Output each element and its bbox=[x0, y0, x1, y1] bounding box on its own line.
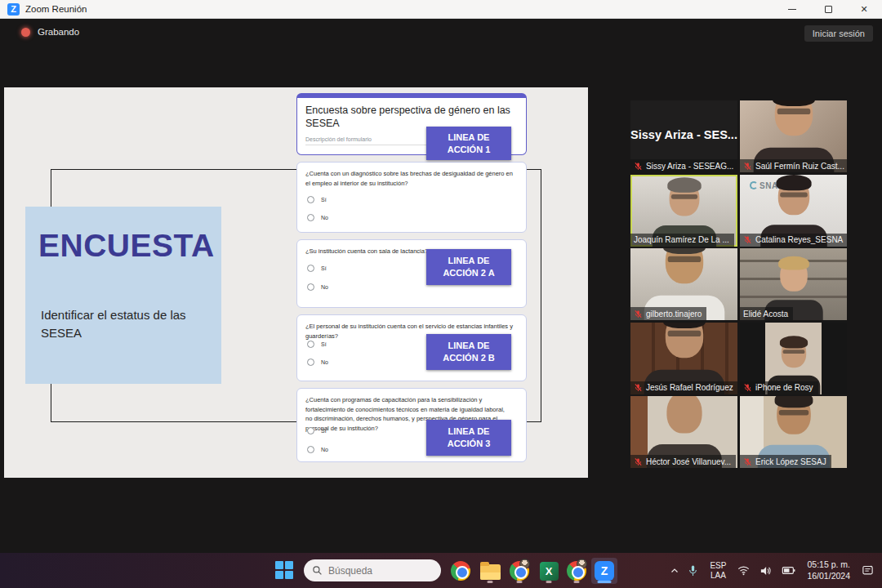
question-4-option-si[interactable]: Sí bbox=[307, 427, 327, 434]
question-1-option-no[interactable]: No bbox=[307, 214, 328, 221]
minimize-icon bbox=[788, 9, 796, 10]
participant-video bbox=[755, 396, 832, 460]
muted-mic-icon bbox=[743, 162, 752, 171]
muted-mic-icon bbox=[743, 457, 752, 466]
encuesta-title: ENCUESTA bbox=[38, 228, 215, 264]
radio-icon[interactable] bbox=[307, 446, 314, 453]
video-tile-erick-lopez[interactable]: Erick López SESAJ bbox=[740, 396, 847, 468]
muted-mic-icon bbox=[634, 162, 643, 171]
restore-icon bbox=[825, 6, 832, 13]
video-tile-gilberto-tinajero[interactable]: gilberto.tinajero bbox=[630, 248, 737, 320]
participant-name-tag: Catalina Reyes_SESNA bbox=[740, 234, 847, 247]
participant-name-tag: Jesús Rafael Rodríguez bbox=[630, 381, 737, 394]
participant-big-name: Sissy Ariza - SES... bbox=[630, 128, 737, 141]
active-app-indicator bbox=[598, 581, 612, 583]
participant-video bbox=[641, 248, 726, 312]
search-icon bbox=[312, 565, 323, 576]
window-titlebar: Z Zoom Reunión ✕ bbox=[0, 0, 882, 19]
windows-taskbar: X Z ESP LAA 05:15 p. m. bbox=[0, 553, 882, 588]
linea-accion-3-button: LINEA DE ACCIÓN 3 bbox=[426, 420, 511, 456]
close-button[interactable]: ✕ bbox=[846, 0, 882, 18]
question-card-1: ¿Cuenta con un diagnóstico sobre las bre… bbox=[296, 162, 527, 233]
muted-mic-icon bbox=[634, 457, 643, 466]
volume-icon[interactable] bbox=[760, 565, 772, 577]
form-title: Encuesta sobre perspectiva de género en … bbox=[297, 98, 526, 131]
zoom-meeting-window: Z Zoom Reunión ✕ Grabando Iniciar sesión… bbox=[0, 0, 882, 588]
participant-name-tag: Elidé Acosta bbox=[740, 307, 793, 320]
tray-microphone-icon[interactable] bbox=[688, 564, 698, 577]
zoom-app-icon: Z bbox=[7, 3, 20, 16]
clock-date[interactable]: 05:15 p. m. 16/01/2024 bbox=[807, 559, 850, 581]
linea-accion-1-button: LINEA DE ACCIÓN 1 bbox=[426, 127, 511, 160]
participant-name-tag: Erick López SESAJ bbox=[740, 455, 831, 468]
profile-badge bbox=[577, 559, 587, 569]
participant-video bbox=[751, 100, 835, 164]
muted-mic-icon bbox=[634, 310, 643, 318]
search-input[interactable] bbox=[328, 565, 426, 577]
question-3-option-no[interactable]: No bbox=[307, 359, 328, 366]
participant-video bbox=[765, 338, 821, 386]
muted-mic-icon bbox=[743, 235, 752, 244]
video-tile-hector-jose[interactable]: Héctor José Villanuev... bbox=[630, 396, 737, 468]
question-2-option-no[interactable]: No bbox=[307, 283, 328, 291]
battery-icon[interactable] bbox=[782, 565, 795, 576]
recording-label: Grabando bbox=[38, 27, 79, 37]
video-tile-saul-fermin[interactable]: Saúl Fermín Ruiz Cast... bbox=[740, 100, 847, 172]
question-2-option-si[interactable]: Sí bbox=[307, 265, 327, 272]
muted-mic-icon bbox=[743, 383, 752, 392]
radio-icon[interactable] bbox=[307, 265, 314, 272]
language-indicator[interactable]: ESP LAA bbox=[710, 561, 726, 581]
radio-icon[interactable] bbox=[307, 359, 314, 366]
chrome-taskbar-icon[interactable] bbox=[448, 558, 474, 584]
video-tile-iphone-de-rosy[interactable]: iPhone de Rosy bbox=[740, 323, 847, 394]
notification-center-icon[interactable] bbox=[862, 564, 874, 577]
question-1-option-si[interactable]: Sí bbox=[307, 196, 327, 203]
recording-dot-icon bbox=[21, 28, 30, 37]
participant-video bbox=[644, 396, 724, 460]
taskbar-search[interactable] bbox=[304, 559, 441, 581]
restore-button[interactable] bbox=[810, 0, 846, 18]
muted-mic-icon bbox=[634, 383, 643, 392]
chrome-profile-taskbar-icon[interactable] bbox=[506, 558, 532, 584]
wifi-icon[interactable] bbox=[737, 565, 750, 576]
participant-name-tag: Héctor José Villanuev... bbox=[630, 455, 736, 468]
video-tile-elide-acosta[interactable]: Elidé Acosta bbox=[740, 248, 847, 320]
video-tile-jesus-rafael[interactable]: Jesús Rafael Rodríguez bbox=[630, 323, 737, 394]
sna-ring-icon bbox=[750, 181, 758, 189]
sign-in-button[interactable]: Iniciar sesión bbox=[804, 25, 873, 42]
participant-name-tag: Saúl Fermín Ruiz Cast... bbox=[740, 159, 847, 172]
radio-icon[interactable] bbox=[307, 427, 314, 434]
file-explorer-taskbar-icon[interactable] bbox=[477, 558, 503, 584]
minimize-button[interactable] bbox=[774, 0, 810, 18]
video-tile-joaquin-ramirez-active-speaker[interactable]: Joaquín Ramírez De La ... bbox=[630, 175, 737, 247]
window-title: Zoom Reunión bbox=[25, 4, 87, 14]
participant-name-tag: Sissy Ariza - SESEAG... bbox=[630, 159, 737, 172]
close-icon: ✕ bbox=[860, 4, 867, 15]
form-description: Descripción del formulario bbox=[305, 136, 428, 145]
profile-badge bbox=[519, 559, 530, 569]
question-4-option-no[interactable]: No bbox=[307, 446, 328, 453]
radio-icon[interactable] bbox=[307, 341, 314, 348]
recording-indicator: Grabando bbox=[21, 27, 79, 37]
participant-video bbox=[758, 177, 828, 238]
tray-chevron-up-icon[interactable] bbox=[670, 566, 679, 576]
radio-icon[interactable] bbox=[307, 283, 314, 291]
radio-icon[interactable] bbox=[307, 214, 314, 221]
video-tile-sissy-ariza[interactable]: Sissy Ariza - SES... Sissy Ariza - SESEA… bbox=[630, 100, 737, 172]
chrome-profile-2-taskbar-icon[interactable] bbox=[564, 558, 590, 584]
video-tile-catalina-reyes[interactable]: SNA Catalina Reyes_SESNA bbox=[740, 175, 847, 247]
zoom-taskbar-icon-active[interactable]: Z bbox=[591, 558, 617, 584]
participant-video bbox=[641, 323, 726, 386]
radio-icon[interactable] bbox=[307, 196, 314, 203]
meeting-area: Grabando Iniciar sesión ENCUESTA Identif… bbox=[0, 19, 882, 553]
excel-taskbar-icon[interactable]: X bbox=[536, 558, 562, 584]
encuesta-callout-box: ENCUESTA Identificar el estatus de las S… bbox=[25, 207, 221, 384]
encuesta-subtitle: Identificar el estatus de las SESEA bbox=[41, 306, 229, 342]
linea-accion-2a-button: LINEA DE ACCIÓN 2 A bbox=[426, 249, 511, 285]
start-button[interactable] bbox=[275, 561, 294, 580]
participant-video bbox=[763, 259, 825, 312]
participant-name-tag: Joaquín Ramírez De La ... bbox=[630, 234, 734, 247]
shared-screen-slide: ENCUESTA Identificar el estatus de las S… bbox=[4, 87, 588, 478]
question-3-option-si[interactable]: Sí bbox=[307, 341, 327, 348]
participant-video bbox=[650, 180, 718, 238]
